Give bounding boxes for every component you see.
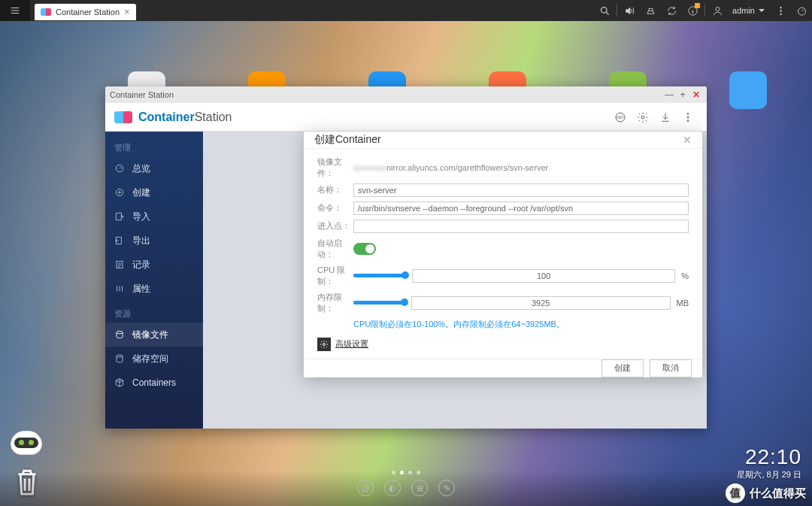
image-source: xxxxxxxxnirror.aliyuncs.com/garethflower…: [353, 163, 689, 172]
watermark-text: 什么值得买: [750, 486, 806, 501]
desktop-bottombar: @ ◐ ⊞ ✎: [0, 470, 812, 506]
notification-badge: [695, 3, 700, 8]
watermark-badge: 值: [726, 483, 745, 503]
maximize-button[interactable]: +: [677, 89, 689, 101]
label-entrypoint: 进入点：: [317, 220, 353, 232]
sidebar: 管理 总览 创建 导入 导出 记录 属性 资源 镜像文件 储存空间 Contai…: [105, 132, 203, 429]
minimize-button[interactable]: —: [663, 89, 675, 101]
sidebar-item-export[interactable]: 导出: [105, 229, 203, 253]
svg-text:NET: NET: [617, 116, 623, 120]
svg-point-17: [117, 355, 123, 357]
svg-point-2: [716, 7, 720, 11]
sidebar-item-log[interactable]: 记录: [105, 253, 203, 277]
chevron-down-icon: [758, 7, 765, 14]
clock-date: 星期六, 8月 29 日: [737, 469, 801, 480]
container-station-window: Container Station — + ✕ ContainerStation…: [105, 86, 707, 429]
clock-time: 22:10: [737, 445, 801, 469]
gear-icon: [317, 338, 331, 351]
quick-icon-2[interactable]: ◐: [384, 480, 401, 496]
info-icon[interactable]: [682, 0, 703, 21]
watermark: 值 什么值得买: [726, 483, 806, 503]
memory-unit: MB: [677, 298, 689, 308]
network-icon[interactable]: NET: [611, 108, 630, 127]
name-input[interactable]: [353, 183, 689, 197]
search-button[interactable]: [594, 0, 615, 21]
sidebar-group-resource: 资源: [105, 301, 203, 323]
window-titlebar[interactable]: Container Station — + ✕: [105, 86, 707, 103]
entrypoint-input[interactable]: [353, 220, 689, 233]
modal-title-bar: 创建Container ✕: [304, 132, 702, 149]
modal-footer: 创建 取消: [304, 359, 702, 377]
svg-point-4: [780, 10, 781, 11]
label-image: 镜像文件：: [317, 156, 353, 179]
svg-point-3: [780, 7, 781, 8]
svg-point-12: [687, 120, 689, 121]
sidebar-item-volumes[interactable]: 储存空间: [105, 347, 203, 371]
admin-menu[interactable]: admin: [728, 6, 770, 15]
main-menu-button[interactable]: [0, 0, 30, 21]
memory-input[interactable]: [411, 296, 671, 310]
cpu-input[interactable]: [412, 269, 675, 283]
command-input[interactable]: [353, 201, 689, 215]
sidebar-item-overview[interactable]: 总览: [105, 156, 203, 180]
volume-icon[interactable]: [619, 0, 640, 21]
more-icon[interactable]: [770, 0, 791, 21]
quick-icons: @ ◐ ⊞ ✎: [357, 480, 455, 496]
sidebar-item-import[interactable]: 导入: [105, 205, 203, 229]
container-station-logo: [114, 111, 132, 123]
label-cpu: CPU 限制：: [317, 265, 353, 287]
modal-close-icon[interactable]: ✕: [683, 134, 692, 146]
sidebar-group-manage: 管理: [105, 135, 203, 156]
svg-point-0: [601, 7, 607, 13]
sidebar-item-preferences[interactable]: 属性: [105, 277, 203, 301]
download-icon[interactable]: [656, 108, 675, 127]
quick-icon-1[interactable]: @: [357, 480, 374, 496]
dashboard-icon[interactable]: [791, 0, 812, 21]
cancel-button[interactable]: 取消: [650, 359, 692, 377]
svg-point-16: [117, 331, 123, 334]
sync-icon[interactable]: [661, 0, 682, 21]
desktop-clock: 22:10 星期六, 8月 29 日: [737, 445, 801, 480]
cpu-unit: %: [681, 271, 689, 280]
assistant-mascot[interactable]: [11, 431, 50, 470]
user-icon[interactable]: [707, 0, 728, 21]
more-options-icon[interactable]: [678, 108, 698, 127]
svg-point-11: [687, 117, 689, 118]
app-header: ContainerStation NET: [105, 103, 707, 132]
label-command: 命令：: [317, 202, 353, 214]
sidebar-item-create[interactable]: 创建: [105, 180, 203, 205]
desktop-pager[interactable]: [392, 471, 420, 474]
app-brand: ContainerStation: [138, 111, 232, 124]
quick-icon-3[interactable]: ⊞: [411, 480, 428, 496]
label-name: 名称：: [317, 184, 353, 195]
svg-point-5: [780, 13, 781, 14]
close-button[interactable]: ✕: [690, 89, 702, 101]
admin-label: admin: [732, 6, 755, 15]
cpu-slider[interactable]: [353, 274, 406, 277]
taskbar-tab[interactable]: Container Station ×: [35, 4, 136, 20]
advanced-settings-link[interactable]: 高级设置: [317, 338, 689, 351]
tab-title: Container Station: [56, 8, 120, 17]
sidebar-item-containers[interactable]: Containers: [105, 371, 203, 395]
svg-point-9: [641, 116, 644, 119]
modal-title: 创建Container: [314, 133, 381, 147]
autostart-toggle[interactable]: [353, 243, 376, 255]
sidebar-item-images[interactable]: 镜像文件: [105, 323, 203, 347]
svg-point-10: [687, 113, 689, 114]
svg-point-18: [323, 343, 326, 345]
window-title: Container Station: [110, 90, 174, 99]
limits-hint: CPU限制必须在10-100%。内存限制必须在64~3925MB。: [353, 319, 689, 330]
advanced-label: 高级设置: [335, 338, 368, 350]
system-topbar: Container Station × admin: [0, 0, 812, 21]
app-icon: [41, 8, 51, 16]
close-icon[interactable]: ×: [124, 6, 130, 17]
create-container-modal: 创建Container ✕ 镜像文件： xxxxxxxxnirror.aliyu…: [304, 132, 702, 377]
main-content: ☁提取 🗑 ⬇ ↗ ✕ 创建Container ✕ 镜像文件： xxxxxxxx…: [203, 132, 707, 429]
memory-slider[interactable]: [353, 301, 405, 305]
settings-icon[interactable]: [633, 108, 653, 127]
quick-icon-4[interactable]: ✎: [438, 480, 455, 496]
create-button[interactable]: 创建: [601, 359, 644, 377]
label-memory: 内存限制：: [317, 292, 353, 314]
backup-icon[interactable]: [640, 0, 661, 21]
label-autostart: 自动启动：: [317, 238, 353, 260]
